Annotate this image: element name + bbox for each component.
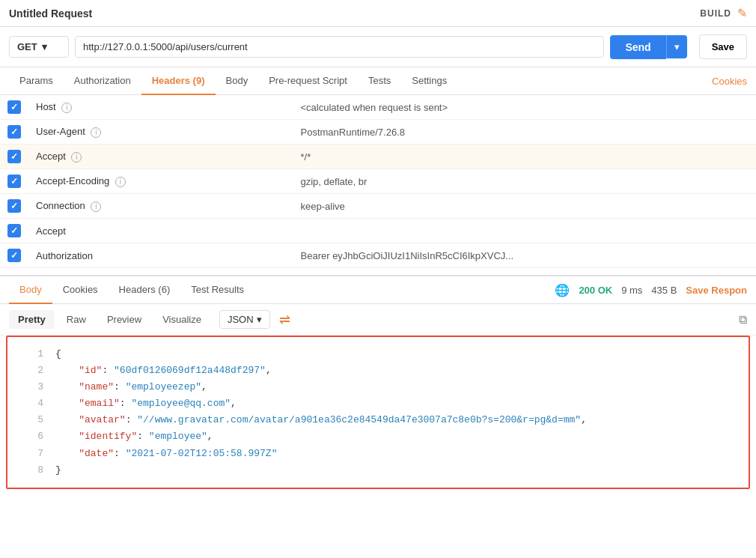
json-line-5: 5 "avatar" : "//www.gravatar.com/avatar/…: [22, 412, 734, 428]
headers-table: Host i <calculated when request is sent>…: [0, 95, 756, 275]
table-row: Host i <calculated when request is sent>: [0, 95, 756, 120]
header-value: Bearer eyJhbGciOiJIUzI1NiIsInR5cCI6IkpXV…: [293, 243, 567, 268]
header-desc: [567, 194, 757, 219]
build-button[interactable]: BUILD: [700, 8, 731, 19]
info-icon[interactable]: i: [61, 103, 72, 113]
send-button[interactable]: Send: [610, 35, 665, 59]
json-line-1: 1 {: [22, 346, 734, 363]
headers-table-wrapper: Host i <calculated when request is sent>…: [0, 95, 756, 275]
method-dropdown-icon: ▾: [42, 41, 47, 52]
globe-icon: 🌐: [555, 283, 570, 297]
table-row: Accept i */*: [0, 145, 756, 169]
request-title: Untitled Request: [9, 7, 92, 19]
info-icon[interactable]: i: [91, 201, 101, 212]
body-tab-test-results[interactable]: Test Results: [180, 276, 254, 304]
header-desc: [567, 95, 757, 120]
cookies-link[interactable]: Cookies: [712, 76, 747, 87]
status-time: 9 ms: [621, 285, 642, 296]
table-row: Accept-Encoding i gzip, deflate, br: [0, 169, 756, 194]
value-placeholder[interactable]: Value: [293, 268, 567, 276]
format-tabs: Pretty Raw Preview Visualize JSON ▾ ⇌ ⧉: [0, 304, 756, 336]
tab-params[interactable]: Params: [9, 67, 64, 95]
body-section: Body Cookies Headers (6) Test Results 🌐 …: [0, 275, 756, 489]
status-ok: 200 OK: [579, 285, 612, 296]
format-tab-preview[interactable]: Preview: [98, 310, 150, 329]
header-desc: [567, 169, 757, 194]
header-key: Host: [36, 101, 56, 112]
checkbox-accept-encoding[interactable]: [7, 175, 21, 188]
checkbox-connection[interactable]: [7, 199, 21, 213]
table-row: User-Agent i PostmanRuntime/7.26.8: [0, 120, 756, 145]
header-value: [293, 219, 567, 243]
title-bar-right: BUILD ✎: [700, 6, 747, 20]
header-desc: [567, 120, 757, 145]
copy-icon[interactable]: ⧉: [739, 313, 747, 327]
title-bar: Untitled Request BUILD ✎: [0, 0, 756, 27]
title-bar-left: Untitled Request: [9, 7, 92, 19]
json-viewer: 1 { 2 "id" : "60df0126069df12a448df297" …: [6, 336, 750, 489]
checkbox-user-agent[interactable]: [7, 125, 21, 139]
url-input[interactable]: [83, 41, 596, 52]
format-select-label: JSON: [228, 314, 254, 325]
json-line-4: 4 "email" : "employee@qq.com" ,: [22, 395, 734, 412]
table-row-footer: Key Value Description: [0, 268, 756, 276]
body-tab-body[interactable]: Body: [9, 276, 52, 304]
request-tabs-row: Params Authorization Headers (9) Body Pr…: [0, 67, 756, 95]
json-line-3: 3 "name" : "employeezep" ,: [22, 379, 734, 395]
table-row: Connection i keep-alive: [0, 194, 756, 219]
format-tab-raw[interactable]: Raw: [58, 310, 95, 329]
method-select[interactable]: GET ▾: [9, 36, 69, 58]
info-icon[interactable]: i: [71, 152, 82, 163]
save-response-button[interactable]: Save Respon: [686, 285, 747, 296]
save-button[interactable]: Save: [699, 34, 747, 59]
format-tab-visualize[interactable]: Visualize: [153, 310, 210, 329]
body-tabs-row: Body Cookies Headers (6) Test Results 🌐 …: [0, 276, 756, 304]
format-dropdown-icon: ▾: [257, 314, 262, 325]
tab-settings[interactable]: Settings: [401, 67, 457, 95]
header-value: PostmanRuntime/7.26.8: [293, 120, 567, 145]
header-key: Accept: [36, 225, 66, 237]
header-desc: [567, 243, 757, 268]
tab-pre-request[interactable]: Pre-request Script: [258, 67, 358, 95]
body-tab-headers[interactable]: Headers (6): [109, 276, 181, 304]
header-key: User-Agent: [36, 126, 85, 137]
json-line-6: 6 "identify" : "employee" ,: [22, 428, 734, 445]
format-tab-pretty[interactable]: Pretty: [9, 310, 55, 329]
table-row: Authorization Bearer eyJhbGciOiJIUzI1NiI…: [0, 243, 756, 268]
checkbox-authorization[interactable]: [7, 249, 21, 262]
header-value: gzip, deflate, br: [293, 169, 567, 194]
method-label: GET: [17, 41, 37, 52]
send-dropdown-button[interactable]: ▾: [666, 35, 687, 58]
json-line-8: 8 }: [22, 462, 734, 479]
json-line-2: 2 "id" : "60df0126069df12a448df297" ,: [22, 363, 734, 379]
tab-headers[interactable]: Headers (9): [141, 67, 216, 95]
body-tab-right: 🌐 200 OK 9 ms 435 B Save Respon: [555, 283, 747, 297]
url-input-container: [75, 36, 604, 58]
desc-placeholder[interactable]: Description: [567, 268, 757, 276]
header-key: Accept-Encoding: [36, 175, 109, 186]
wrap-icon[interactable]: ⇌: [279, 312, 290, 328]
send-group: Send ▾: [610, 35, 686, 59]
header-value: */*: [293, 145, 567, 169]
header-key: Accept: [36, 151, 66, 162]
tab-body[interactable]: Body: [216, 67, 259, 95]
key-placeholder[interactable]: Key: [28, 268, 293, 276]
info-icon[interactable]: i: [91, 127, 101, 138]
tab-authorization[interactable]: Authorization: [64, 67, 141, 95]
checkbox-accept[interactable]: [7, 150, 21, 163]
body-tab-cookies[interactable]: Cookies: [52, 276, 109, 304]
checkbox-accept2[interactable]: [7, 224, 21, 237]
info-icon[interactable]: i: [115, 177, 126, 187]
header-desc: [567, 219, 757, 243]
header-value: keep-alive: [293, 194, 567, 219]
header-value: <calculated when request is sent>: [293, 95, 567, 120]
status-size: 435 B: [651, 285, 677, 296]
json-line-7: 7 "date" : "2021-07-02T12:05:58.997Z": [22, 446, 734, 462]
header-desc: [567, 145, 757, 169]
header-key: Connection: [36, 200, 85, 211]
url-bar: GET ▾ Send ▾ Save: [0, 27, 756, 67]
format-select[interactable]: JSON ▾: [219, 310, 270, 329]
edit-icon[interactable]: ✎: [737, 6, 747, 20]
tab-tests[interactable]: Tests: [358, 67, 401, 95]
checkbox-host[interactable]: [7, 100, 21, 114]
